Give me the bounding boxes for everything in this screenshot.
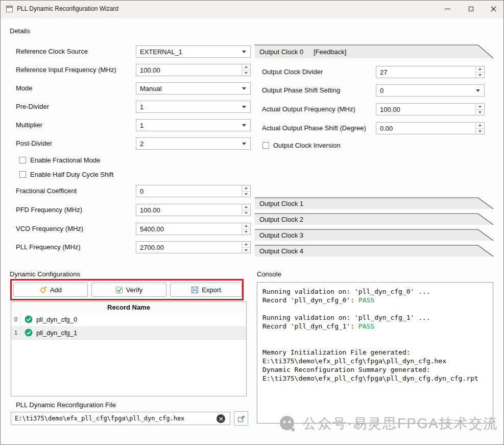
console-line: Memory Initialization File generated: xyxy=(262,348,488,357)
record-name-column-header: Record Name xyxy=(11,302,246,313)
details-section-label: Details xyxy=(10,27,30,35)
spin-down-icon[interactable] xyxy=(476,109,484,115)
fractional-coefficent-spinbox[interactable]: 0 xyxy=(136,185,251,197)
console-text: Record 'pll_dyn_cfg_0': xyxy=(262,296,358,304)
actual-output-phase-shift-spinbox[interactable]: 0.00 xyxy=(376,122,485,134)
add-button[interactable]: Add xyxy=(13,283,88,297)
spin-down-icon[interactable] xyxy=(242,191,250,197)
spinner-buttons[interactable] xyxy=(475,123,484,134)
pll-reconfiguration-file-input[interactable]: E:\ti375\demo\efx_pll_cfg\fpga\pll_dyn_c… xyxy=(11,412,230,425)
spin-down-icon[interactable] xyxy=(242,247,250,253)
output-clock-divider-spinbox[interactable]: 27 xyxy=(376,66,485,78)
section-title: Output Clock 2 xyxy=(259,215,303,223)
pll-frequency-spinbox[interactable]: 2700.00 xyxy=(136,241,251,253)
field-value: 1 xyxy=(140,103,240,111)
spin-up-icon[interactable] xyxy=(476,104,484,109)
output-phase-shift-setting-select[interactable]: 0 xyxy=(376,84,485,97)
spin-up-icon[interactable] xyxy=(242,64,250,70)
add-button-label: Add xyxy=(50,286,62,294)
console-text: Running validation on: 'pll_dyn_cfg_0' .… xyxy=(262,288,430,295)
output-clock-inversion-checkbox[interactable] xyxy=(262,142,269,149)
record-name: pll_dyn_cfg_0 xyxy=(36,316,77,323)
console-line xyxy=(262,339,488,348)
console-label: Console xyxy=(257,270,281,278)
post-divider-select[interactable]: 2 xyxy=(136,137,251,150)
spin-down-icon[interactable] xyxy=(476,128,484,134)
spinner-buttons[interactable] xyxy=(242,204,250,216)
chevron-down-icon xyxy=(242,124,246,127)
label-enable-half-duty-cycle-shift: Enable Half Duty Cycle Shift xyxy=(30,171,113,178)
field-value: 5400.00 xyxy=(140,225,240,233)
spin-down-icon[interactable] xyxy=(476,72,484,78)
output-clock-2-section-header: Output Clock 2 xyxy=(255,213,493,225)
field-value: 100.00 xyxy=(140,206,240,214)
spin-down-icon[interactable] xyxy=(242,229,250,235)
close-button[interactable] xyxy=(483,1,504,17)
file-path-value: E:\ti375\demo\efx_pll_cfg\fpga\pll_dyn_c… xyxy=(15,415,215,422)
spin-up-icon[interactable] xyxy=(242,185,250,191)
close-icon xyxy=(491,6,496,12)
spinner-buttons[interactable] xyxy=(242,185,250,197)
feedback-tag: [Feedback] xyxy=(314,48,346,55)
vco-frequency-spinbox[interactable]: 5400.00 xyxy=(136,223,251,235)
clear-input-button[interactable] xyxy=(217,414,225,423)
maximize-icon xyxy=(469,7,473,11)
multiplier-select[interactable]: 1 xyxy=(136,119,251,131)
console-line: Running validation on: 'pll_dyn_cfg_1' .… xyxy=(262,313,488,322)
section-title: Output Clock 1 xyxy=(259,199,303,207)
row-index: 0 xyxy=(11,313,21,326)
chevron-down-icon xyxy=(242,143,246,145)
console-line: E:\ti375\demo\efx_pll_cfg\fpga\pll_dyn_c… xyxy=(262,374,488,383)
spin-down-icon[interactable] xyxy=(242,70,250,76)
field-value: 1 xyxy=(140,122,240,129)
export-icon xyxy=(191,286,199,294)
dynamic-configurations-label: Dynamic Configurations xyxy=(10,270,80,278)
spin-up-icon[interactable] xyxy=(476,66,484,72)
field-value: EXTERNAL_1 xyxy=(140,48,240,56)
enable-fractional-mode-checkbox[interactable] xyxy=(19,157,26,163)
maximize-button[interactable] xyxy=(459,1,483,17)
verify-button[interactable]: Verify xyxy=(91,283,166,297)
table-row[interactable]: 1 pll_dyn_cfg_1 xyxy=(11,326,246,340)
label-output-phase-shift-setting: Output Phase Shift Setting xyxy=(262,86,340,94)
spin-up-icon[interactable] xyxy=(242,242,250,247)
enable-half-duty-cycle-shift-checkbox[interactable] xyxy=(19,171,26,178)
actual-output-frequency-spinbox[interactable]: 100.00 xyxy=(376,103,485,115)
label-pll-frequency: PLL Frequency (MHz) xyxy=(16,243,81,251)
spinner-buttons[interactable] xyxy=(242,64,250,76)
spin-up-icon[interactable] xyxy=(242,204,250,210)
export-button[interactable]: Export xyxy=(170,283,242,297)
window-title: PLL Dynamic Reconfiguration Wizard xyxy=(17,5,118,12)
console-output[interactable]: Running validation on: 'pll_dyn_cfg_0' .… xyxy=(257,282,493,424)
spin-down-icon[interactable] xyxy=(242,210,250,216)
spinner-buttons[interactable] xyxy=(475,104,484,115)
pll-reconfiguration-file-label: PLL Dynamic Reconfiguration File xyxy=(16,401,116,409)
reference-clock-source-select[interactable]: EXTERNAL_1 xyxy=(136,45,251,58)
spinner-buttons[interactable] xyxy=(242,242,250,253)
valid-check-icon xyxy=(25,329,33,337)
field-value: 0.00 xyxy=(380,125,474,132)
console-line: Running validation on: 'pll_dyn_cfg_0' .… xyxy=(262,287,488,296)
spin-up-icon[interactable] xyxy=(476,123,484,128)
label-reference-clock-source: Reference Clock Source xyxy=(16,48,88,55)
pre-divider-select[interactable]: 1 xyxy=(136,101,251,113)
spin-up-icon[interactable] xyxy=(242,223,250,229)
console-text: Record 'pll_dyn_cfg_1': xyxy=(262,322,358,330)
pfd-frequency-spinbox[interactable]: 100.00 xyxy=(136,204,251,216)
record-name: pll_dyn_cfg_1 xyxy=(36,329,77,337)
label-output-clock-inversion: Output Clock Inversion xyxy=(273,142,341,149)
section-title: Output Clock 0[Feedback] xyxy=(259,48,346,55)
browse-file-button[interactable] xyxy=(234,411,248,426)
output-clock-4-section-header: Output Clock 4 xyxy=(255,245,493,256)
spinner-buttons[interactable] xyxy=(242,223,250,235)
reference-input-frequency-spinbox[interactable]: 100.00 xyxy=(136,64,251,76)
minimize-button[interactable] xyxy=(436,1,459,17)
field-value: 100.00 xyxy=(140,66,240,74)
open-file-icon xyxy=(237,415,245,423)
spinner-buttons[interactable] xyxy=(475,66,484,78)
table-row[interactable]: 0 pll_dyn_cfg_0 xyxy=(11,313,246,326)
mode-select[interactable]: Manual xyxy=(136,82,251,95)
field-value: 0 xyxy=(140,188,240,195)
console-line xyxy=(262,305,488,313)
console-text: E:\ti375\demo\efx_pll_cfg\fpga\pll_dyn_c… xyxy=(262,357,446,365)
